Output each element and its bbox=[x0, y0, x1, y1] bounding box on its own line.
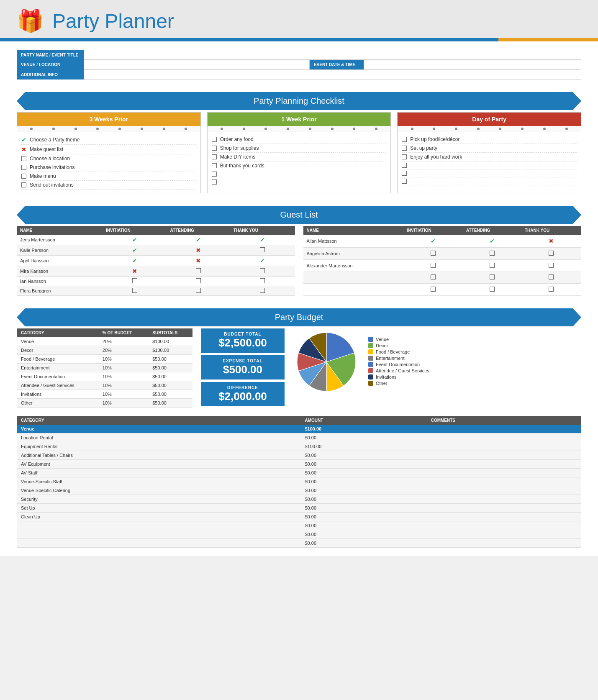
check-green-icon: ✔ bbox=[196, 236, 201, 243]
table-row: $0.00 bbox=[17, 530, 581, 539]
checklist-dots-1week bbox=[208, 126, 391, 132]
col-name: NAME bbox=[303, 226, 404, 235]
list-item[interactable]: Send out invitations bbox=[21, 181, 196, 190]
checklist-body-dayof: Pick up food/ice/décor Set up party Enjo… bbox=[398, 132, 581, 189]
table-row: Location Rental$0.00 bbox=[17, 433, 581, 442]
legend-item: Attendee / Guest Services bbox=[368, 368, 429, 373]
table-row: Set Up$0.00 bbox=[17, 504, 581, 513]
budget-totals: BUDGET TOTAL $2,500.00 EXPENSE TOTAL $50… bbox=[201, 328, 285, 407]
checkbox-empty-icon bbox=[549, 274, 554, 279]
checkbox-empty-icon bbox=[402, 171, 407, 176]
checkbox-empty-icon bbox=[212, 179, 217, 185]
legend-color bbox=[368, 374, 373, 379]
list-item[interactable]: Purchase invitations bbox=[21, 163, 196, 172]
pie-container: VenueDecorFood / BeverageEntertainmentEv… bbox=[293, 328, 581, 395]
checkbox-empty-icon bbox=[196, 288, 201, 293]
table-row bbox=[303, 284, 582, 296]
checkbox-empty-icon bbox=[196, 278, 201, 283]
check-green-icon: ✔ bbox=[132, 236, 137, 243]
expense-table: CATEGORY AMOUNT COMMENTS Venue$100.00Loc… bbox=[17, 416, 581, 548]
table-row: Additional Tables / Chairs$0.00 bbox=[17, 451, 581, 460]
guest-grid: NAME INVITIATION ATTENDING THANK YOU Jen… bbox=[17, 226, 581, 296]
checkbox-empty-icon bbox=[402, 163, 407, 168]
right-guests-body: Allan Mattsson✔✔✖Angelica AstromAlexande… bbox=[303, 235, 582, 296]
expense-section: CATEGORY AMOUNT COMMENTS Venue$100.00Loc… bbox=[0, 416, 598, 556]
checkbox-empty-icon bbox=[549, 287, 554, 292]
legend-item: Venue bbox=[368, 337, 429, 342]
table-row: Event Documentation10%$50.00 bbox=[17, 372, 192, 381]
party-name-value[interactable] bbox=[84, 50, 581, 60]
table-row bbox=[303, 272, 582, 284]
col-invitation: INVITIATION bbox=[103, 226, 167, 235]
checkbox-empty-icon bbox=[196, 268, 201, 273]
list-item[interactable] bbox=[402, 162, 577, 169]
list-item[interactable]: Choose a location bbox=[21, 154, 196, 163]
col-thankyou: THANK YOU bbox=[521, 226, 581, 235]
check-green-icon: ✔ bbox=[132, 247, 137, 254]
table-row: Equipment Rental$100.00 bbox=[17, 442, 581, 451]
budget-layout: CATEGORY % OF BUDGET SUBTOTALS Venue20%$… bbox=[17, 328, 581, 408]
checkbox-empty-icon bbox=[212, 163, 217, 168]
checkbox-empty-icon bbox=[431, 274, 436, 279]
budget-table: CATEGORY % OF BUDGET SUBTOTALS Venue20%$… bbox=[17, 328, 192, 408]
list-item[interactable] bbox=[402, 177, 577, 185]
venue-value[interactable] bbox=[84, 60, 309, 70]
checkbox-empty-icon bbox=[402, 154, 407, 159]
list-item[interactable]: ✔ Choose a Party theme bbox=[21, 135, 196, 145]
checklist-body-1week: Order any food Shop for supplies Make DI… bbox=[208, 132, 391, 190]
col-attending: ATTENDING bbox=[463, 226, 521, 235]
check-red-icon: ✖ bbox=[196, 257, 201, 264]
table-row: Angelica Astrom bbox=[303, 248, 582, 260]
checklist-dots-3weeks bbox=[17, 126, 200, 132]
expense-total-value: $500.00 bbox=[209, 363, 276, 376]
checkbox-empty-icon bbox=[21, 182, 26, 187]
checkbox-empty-icon bbox=[549, 263, 554, 268]
col-attending: ATTENDING bbox=[167, 226, 230, 235]
checkbox-empty-icon bbox=[260, 247, 265, 252]
event-date-value[interactable] bbox=[364, 60, 581, 70]
guest-table-left: NAME INVITIATION ATTENDING THANK YOU Jen… bbox=[17, 226, 295, 296]
list-item[interactable] bbox=[402, 169, 577, 177]
list-item[interactable]: Order any food bbox=[212, 135, 387, 144]
list-item[interactable] bbox=[212, 178, 387, 186]
list-item[interactable]: But thank you cards bbox=[212, 162, 387, 170]
checkbox-empty-icon bbox=[431, 251, 436, 256]
list-item[interactable]: Enjoy all you hard work bbox=[402, 153, 577, 162]
budget-section: CATEGORY % OF BUDGET SUBTOTALS Venue20%$… bbox=[0, 328, 598, 416]
checkbox-empty-icon bbox=[21, 165, 26, 170]
table-row: Clean Up$0.00 bbox=[17, 513, 581, 521]
checklist-section: 3 Weeks Prior ✔ Choose a Party theme ✖ M… bbox=[0, 112, 598, 202]
guest-table-right: NAME INVITIATION ATTENDING THANK YOU All… bbox=[303, 226, 582, 296]
list-item[interactable]: Set up party bbox=[402, 144, 577, 153]
list-item[interactable]: ✖ Make guest list bbox=[21, 145, 196, 154]
list-item[interactable] bbox=[212, 170, 387, 178]
checkbox-empty-icon bbox=[212, 146, 217, 151]
list-item[interactable]: Make menu bbox=[21, 172, 196, 181]
budget-total-box: BUDGET TOTAL $2,500.00 bbox=[201, 328, 285, 353]
checkbox-empty-icon bbox=[490, 287, 495, 292]
budget-total-label: BUDGET TOTAL bbox=[209, 332, 276, 336]
legend-item: Food / Beverage bbox=[368, 349, 429, 354]
checkbox-empty-icon bbox=[490, 251, 495, 256]
additional-value[interactable] bbox=[84, 70, 581, 79]
budget-banner-wrapper: Party Budget bbox=[17, 308, 581, 326]
checkbox-empty-icon bbox=[431, 263, 436, 268]
checklist-card-dayof: Day of Party Pick up food/ice/décor Set … bbox=[397, 112, 581, 193]
header: 🎁 Party Planner bbox=[0, 0, 598, 38]
legend-color bbox=[368, 343, 373, 348]
check-green-icon: ✔ bbox=[260, 236, 265, 243]
check-green-icon: ✔ bbox=[132, 257, 137, 264]
list-item[interactable]: Make DIY items bbox=[212, 153, 387, 162]
check-green-icon: ✔ bbox=[431, 238, 436, 244]
header-bar-blue bbox=[0, 38, 498, 41]
list-item[interactable]: Shop for supplies bbox=[212, 144, 387, 153]
list-item[interactable]: Pick up food/ice/décor bbox=[402, 135, 577, 144]
legend-item: Event Documentation bbox=[368, 362, 429, 367]
table-row: Venue-Specific Catering$0.00 bbox=[17, 486, 581, 495]
checkbox-empty-icon bbox=[260, 278, 265, 283]
legend-color bbox=[368, 356, 373, 361]
table-row: Kalle Persson✔✖ bbox=[17, 245, 295, 256]
budget-title: Party Budget bbox=[17, 308, 581, 326]
table-row: Flora Berggren bbox=[17, 286, 295, 296]
table-row: AV Equipment$0.00 bbox=[17, 460, 581, 469]
